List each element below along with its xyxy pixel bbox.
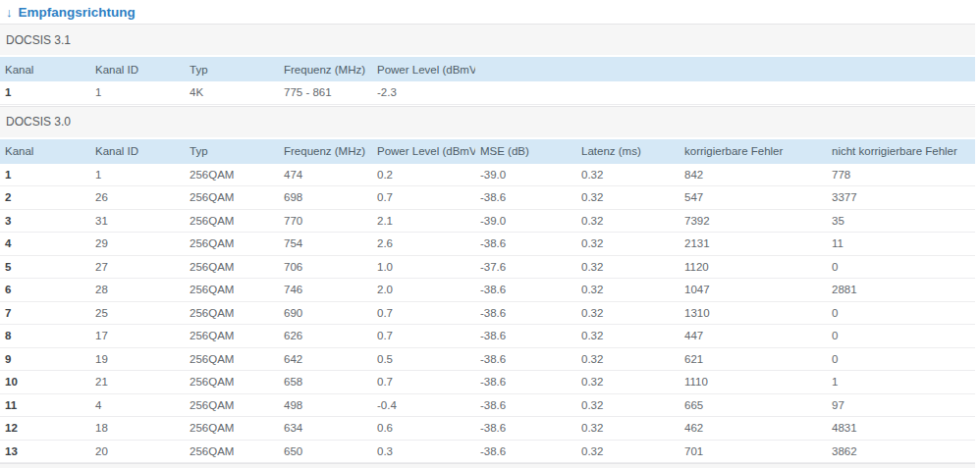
cell: 746	[279, 284, 372, 295]
cell: -38.6	[475, 330, 576, 341]
cell: 10	[0, 376, 90, 388]
column-header: Kanal	[0, 145, 90, 157]
cell: 256QAM	[185, 261, 279, 273]
cell: 650	[279, 445, 372, 457]
cell: 1.0	[372, 261, 475, 273]
cell: 2131	[680, 237, 827, 249]
cell: 4	[90, 399, 185, 411]
table-row: 1021256QAM6580.7-38.60.3211101	[0, 371, 975, 394]
cell: 0.32	[576, 215, 680, 227]
column-header: Kanal ID	[90, 64, 185, 76]
column-header: Frequenz (MHz)	[279, 145, 372, 157]
cell: -38.6	[475, 422, 576, 434]
cell: 17	[90, 330, 185, 341]
docsis30-section-header: DOCSIS 3.0	[0, 106, 975, 137]
cell: 2.1	[372, 215, 475, 227]
cell: -0.4	[372, 399, 475, 411]
cell: 642	[279, 353, 372, 365]
cell: 658	[279, 376, 372, 388]
cell: 1	[90, 169, 185, 181]
cell: 9	[0, 353, 90, 365]
cell: -38.6	[475, 307, 576, 319]
empfangsrichtung-title-link[interactable]: ↓ Empfangsrichtung	[0, 0, 975, 24]
cell: 0.32	[576, 307, 680, 319]
cell: 4831	[827, 422, 975, 434]
cell: 13	[0, 445, 90, 457]
cell: 3	[0, 215, 90, 227]
cell: -38.6	[475, 445, 576, 457]
column-header: nicht korrigierbare Fehler	[827, 145, 975, 157]
cell: 462	[680, 422, 827, 434]
table-row: 11256QAM4740.2-39.00.32842778	[0, 164, 975, 187]
docsis31-table-header: KanalKanal IDTypFrequenz (MHz)Power Leve…	[0, 57, 975, 81]
cell: 1	[827, 376, 975, 388]
cell: 0.32	[576, 261, 680, 273]
cell: -38.6	[475, 399, 576, 411]
table-row: 817256QAM6260.7-38.60.324470	[0, 325, 975, 348]
cell: 7	[0, 307, 90, 319]
cell: 2881	[827, 284, 975, 295]
cell: 29	[90, 237, 185, 249]
table-row: 1320256QAM6500.3-38.60.327013862	[0, 441, 975, 464]
cell: 7392	[680, 215, 827, 227]
docsis30-table-header: KanalKanal IDTypFrequenz (MHz)Power Leve…	[0, 139, 975, 164]
cell: 31	[90, 215, 185, 227]
cell: 6	[0, 284, 90, 295]
cell: 634	[279, 422, 372, 434]
cell: -39.0	[475, 215, 576, 227]
cell: 0.32	[576, 399, 680, 411]
cell: -37.6	[475, 261, 576, 273]
docsis31-table-body: 114K775 - 861-2.3	[0, 81, 975, 105]
column-header: MSE (dB)	[475, 145, 576, 157]
cell: 778	[827, 169, 975, 181]
table-row: 331256QAM7702.1-39.00.32739235	[0, 210, 975, 234]
cell: 0.7	[372, 330, 475, 341]
cell: 256QAM	[185, 399, 279, 411]
cell: 0.7	[372, 376, 475, 388]
column-header: Frequenz (MHz)	[279, 64, 372, 76]
cell: -38.6	[475, 284, 576, 295]
cell: 0.32	[576, 330, 680, 341]
next-section-band-cutoff	[0, 463, 975, 468]
cell: 0.32	[576, 376, 680, 388]
cell: 21	[90, 376, 185, 388]
cell: 3862	[827, 445, 975, 457]
cell: -39.0	[475, 169, 576, 181]
cell: 0.7	[372, 307, 475, 319]
cell: 11	[0, 399, 90, 411]
docsis31-section-header: DOCSIS 3.1	[0, 24, 975, 55]
cell: 256QAM	[185, 215, 279, 227]
cell: 1310	[680, 307, 827, 319]
cell: 770	[279, 215, 372, 227]
cell: 0.6	[372, 422, 475, 434]
cell: 19	[90, 353, 185, 365]
cell: 0	[827, 330, 975, 341]
empfangsrichtung-panel: ↓ Empfangsrichtung DOCSIS 3.1 KanalKanal…	[0, 0, 975, 468]
cell: 1	[0, 169, 90, 181]
cell: 256QAM	[185, 422, 279, 434]
cell: 547	[680, 191, 827, 203]
cell: 4K	[185, 86, 279, 98]
cell: 0.32	[576, 422, 680, 434]
cell: 20	[90, 445, 185, 457]
table-row: 725256QAM6900.7-38.60.3213100	[0, 302, 975, 326]
cell: 1120	[680, 261, 827, 273]
cell: 256QAM	[185, 191, 279, 203]
cell: 1	[90, 86, 185, 98]
column-header: Typ	[185, 64, 279, 76]
cell: 2.6	[372, 237, 475, 249]
table-row: 226256QAM6980.7-38.60.325473377	[0, 186, 975, 210]
cell: -38.6	[475, 376, 576, 388]
column-header: Kanal ID	[90, 145, 185, 157]
cell: 0	[827, 307, 975, 319]
cell: 621	[680, 353, 827, 365]
cell: 0	[827, 353, 975, 365]
cell: 256QAM	[185, 353, 279, 365]
cell: 26	[90, 191, 185, 203]
cell: 447	[680, 330, 827, 341]
table-row: 1218256QAM6340.6-38.60.324624831	[0, 417, 975, 441]
cell: 0	[827, 261, 975, 273]
cell: 256QAM	[185, 237, 279, 249]
column-header: Power Level (dBmV)	[372, 145, 475, 157]
column-header: Latenz (ms)	[576, 145, 680, 157]
